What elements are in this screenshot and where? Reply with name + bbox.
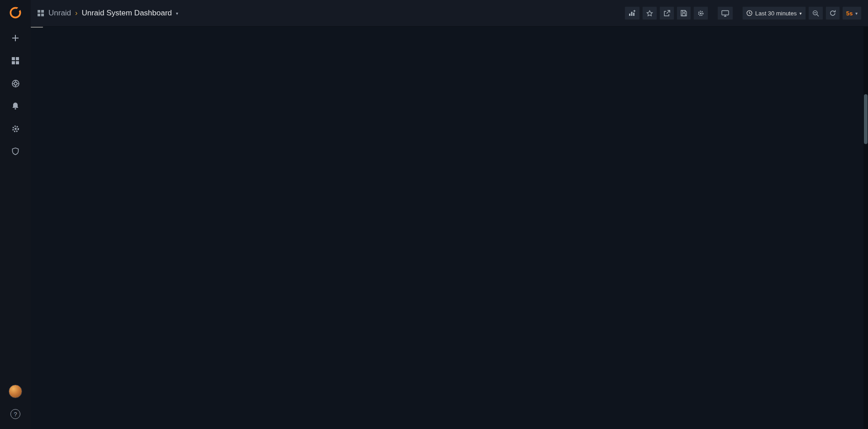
chevron-down-icon: ▾ (799, 11, 801, 16)
help-icon: ? (10, 409, 20, 419)
chevron-down-icon[interactable]: ▾ (176, 11, 178, 16)
plus-icon (11, 34, 19, 42)
explore-icon (11, 79, 20, 88)
monitor-icon (721, 10, 729, 17)
page-scrollbar[interactable] (863, 26, 868, 429)
shield-icon (11, 147, 19, 155)
sidebar-item-server-admin[interactable] (0, 140, 31, 163)
apps-grid-icon[interactable] (37, 10, 44, 17)
sidebar-item-profile[interactable] (0, 380, 31, 403)
breadcrumb-page[interactable]: Unraid System Dashboard (81, 9, 172, 18)
sidebar-item-create[interactable] (0, 27, 31, 49)
cycle-view-button[interactable] (717, 6, 733, 20)
sidebar-item-explore[interactable] (0, 72, 31, 95)
save-button[interactable] (677, 6, 691, 20)
sidebar-item-help[interactable]: ? (0, 403, 31, 425)
refresh-interval-label: 5s (846, 10, 853, 17)
breadcrumb-separator-icon: › (75, 9, 77, 17)
sidebar-item-dashboards[interactable] (0, 49, 31, 72)
dashboard-settings-button[interactable] (693, 6, 708, 20)
sidebar-item-configuration[interactable] (0, 117, 31, 140)
bell-icon (11, 102, 19, 110)
zoom-out-button[interactable] (808, 6, 823, 20)
nav-actions: Last 30 minutes ▾ 5s ▾ (625, 6, 862, 20)
breadcrumb: Unraid › Unraid System Dashboard ▾ (37, 9, 178, 18)
star-icon (646, 10, 653, 17)
avatar[interactable] (9, 385, 22, 398)
share-button[interactable] (659, 6, 674, 20)
sidebar-item-alerting[interactable] (0, 95, 31, 117)
add-panel-button[interactable] (625, 6, 640, 20)
breadcrumb-folder[interactable]: Unraid (48, 9, 71, 18)
share-icon (663, 10, 670, 17)
save-icon (681, 10, 687, 16)
grafana-logo-icon[interactable] (9, 6, 22, 19)
scrollbar-thumb[interactable] (864, 94, 868, 144)
add-panel-icon (629, 10, 636, 16)
sidebar: ? (0, 0, 31, 429)
top-navbar: Unraid › Unraid System Dashboard ▾ Last … (31, 0, 868, 26)
chevron-down-icon: ▾ (855, 11, 858, 16)
time-range-picker[interactable]: Last 30 minutes ▾ (742, 6, 806, 20)
star-button[interactable] (642, 6, 657, 20)
dashboards-icon (11, 57, 19, 65)
refresh-icon (830, 10, 836, 16)
gear-icon (11, 125, 20, 133)
refresh-button[interactable] (825, 6, 840, 20)
zoom-out-icon (812, 10, 819, 17)
dashboard: kWh Price 0.65 ▾ Currency kr ▾ UPS Max O… (31, 26, 43, 28)
clock-icon (746, 10, 753, 16)
refresh-interval-picker[interactable]: 5s ▾ (842, 6, 862, 20)
time-range-label: Last 30 minutes (755, 10, 797, 17)
gear-icon (697, 10, 704, 17)
